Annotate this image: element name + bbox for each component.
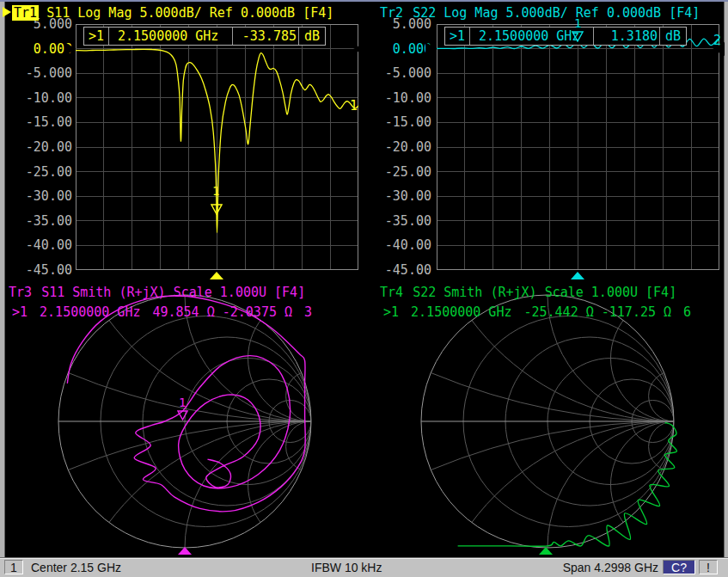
trace4-title[interactable]: Tr4 S22 Smith (R+jX) Scale 1.000U [F4] xyxy=(378,285,676,300)
marker-readout-tr4: >12.1500000 GHz-25.442 Ω -117.25 Ω6 xyxy=(383,304,724,320)
marker1-number-label: 1 xyxy=(212,184,219,198)
y-tick-label: -25.00 xyxy=(364,165,431,179)
y-tick-label: -35.00 xyxy=(364,214,431,228)
trace3-title[interactable]: Tr3 S11 Smith (R+jX) Scale 1.000U [F4] xyxy=(7,285,305,300)
y-tick-label: -35.00 xyxy=(5,214,72,228)
trace1-badge[interactable]: Tr1 xyxy=(12,5,39,21)
trace1-title[interactable]: Tr1 S11 Log Mag 5.000dB/ Ref 0.000dB [F4… xyxy=(12,5,333,21)
marker1-number-label: 1 xyxy=(574,16,581,30)
y-tick-label: -30.00 xyxy=(5,189,72,203)
y-tick-label: -20.00 xyxy=(5,140,72,154)
correction-status-box[interactable]: C? xyxy=(663,560,695,574)
y-tick-label: -5.000 xyxy=(5,66,72,80)
alert-box[interactable]: ! xyxy=(699,560,718,574)
trace3-title-text: S11 Smith (R+jX) Scale 1.000U [F4] xyxy=(41,285,305,300)
trace4-title-text: S22 Smith (R+jX) Scale 1.000U [F4] xyxy=(413,285,676,300)
marker-value: 49.854 Ω -2.0375 Ω xyxy=(152,304,292,320)
ref-level-arrow-left-icon[interactable] xyxy=(425,42,437,56)
marker1-triangle-icon[interactable] xyxy=(177,410,188,420)
status-bar: 1 Center 2.15 GHz IFBW 10 kHz Span 4.299… xyxy=(0,557,728,577)
marker-unit: dB xyxy=(298,28,325,45)
vna-screen: Tr1 S11 Log Mag 5.000dB/ Ref 0.000dB [F4… xyxy=(0,0,728,577)
marker-value: 1.3180 xyxy=(593,28,659,45)
marker-value-extra: 3 xyxy=(304,304,312,320)
marker-readout-tr1: >1 2.1500000 GHz -33.785 dB xyxy=(83,27,326,46)
y-tick-label: -10.00 xyxy=(5,91,72,105)
marker-readout-tr3: >12.1500000 GHz49.854 Ω -2.0375 Ω3 xyxy=(12,304,366,320)
stimulus-marker-icon[interactable] xyxy=(539,547,553,555)
window-top-border xyxy=(0,0,728,2)
stimulus-marker-icon[interactable] xyxy=(178,547,192,555)
trace2-badge[interactable]: Tr2 xyxy=(378,5,405,21)
s22-logmag-graph xyxy=(437,24,719,270)
marker-value: -25.442 Ω -117.25 Ω xyxy=(523,304,671,320)
s22-smith-chart xyxy=(414,292,698,556)
marker-frequency: 2.1500000 GHz xyxy=(411,304,511,320)
s11-smith-chart xyxy=(52,292,323,556)
ref-level-arrow-left-icon[interactable] xyxy=(64,42,76,56)
marker-select: >1 xyxy=(84,28,109,45)
y-tick-label: -15.00 xyxy=(364,115,431,129)
span-text[interactable]: Span 4.2998 GHz xyxy=(533,561,658,574)
y-tick-label: -40.00 xyxy=(5,238,72,252)
y-ref-label: 0.000 xyxy=(5,42,72,56)
trace2-title[interactable]: Tr2 S22 Log Mag 5.000dB/ Ref 0.000dB [F4… xyxy=(378,5,700,21)
marker-select: >1 xyxy=(445,28,470,45)
trace1-curve-number: 1 xyxy=(350,98,358,114)
y-tick-label: -20.00 xyxy=(364,140,431,154)
marker-select: >1 xyxy=(383,304,399,320)
stimulus-marker-icon[interactable] xyxy=(571,272,584,279)
y-tick-label: -25.00 xyxy=(5,165,72,179)
window-right-frame xyxy=(724,2,728,557)
trace4-badge[interactable]: Tr4 xyxy=(378,285,405,300)
marker-unit: dB xyxy=(659,28,686,45)
y-tick-label: -45.00 xyxy=(364,263,431,277)
marker1-triangle-icon[interactable] xyxy=(211,204,223,215)
s11-logmag-graph xyxy=(76,24,358,270)
ifbw-text[interactable]: IFBW 10 kHz xyxy=(311,561,382,574)
marker1-triangle-icon[interactable] xyxy=(572,31,584,42)
trace3-badge[interactable]: Tr3 xyxy=(7,285,34,300)
y-tick-label: -40.00 xyxy=(364,238,431,252)
y-ref-label: 0.000 xyxy=(364,42,431,56)
y-tick-label: -10.00 xyxy=(364,91,431,105)
marker-value-extra: 6 xyxy=(683,304,691,320)
trace2-curve-number: 2 xyxy=(713,33,721,48)
marker-frequency: 2.1500000 GHz xyxy=(40,304,140,320)
y-tick-label: -30.00 xyxy=(364,189,431,203)
stimulus-marker-icon[interactable] xyxy=(210,272,223,279)
active-trace-arrow-icon xyxy=(3,7,11,17)
y-tick-label: -5.000 xyxy=(364,66,431,80)
center-frequency-text[interactable]: Center 2.15 GHz xyxy=(31,561,121,574)
ref-level-arrow-right-icon[interactable] xyxy=(353,42,365,56)
marker-select: >1 xyxy=(12,304,28,320)
marker1-number-label: 1 xyxy=(179,396,186,409)
channel-number-box[interactable]: 1 xyxy=(4,560,23,574)
window-left-frame xyxy=(0,2,5,557)
marker-value: -33.785 xyxy=(232,28,298,45)
y-tick-label: -15.00 xyxy=(5,115,72,129)
y-tick-label: -45.00 xyxy=(5,263,72,277)
marker-readout-tr2: >1 2.1500000 GHz 1.3180 dB xyxy=(444,27,687,46)
marker-frequency: 2.1500000 GHz xyxy=(109,28,232,45)
trace1-title-text: S11 Log Mag 5.000dB/ Ref 0.000dB [F4] xyxy=(46,5,333,21)
trace2-title-text: S22 Log Mag 5.000dB/ Ref 0.000dB [F4] xyxy=(413,5,700,21)
